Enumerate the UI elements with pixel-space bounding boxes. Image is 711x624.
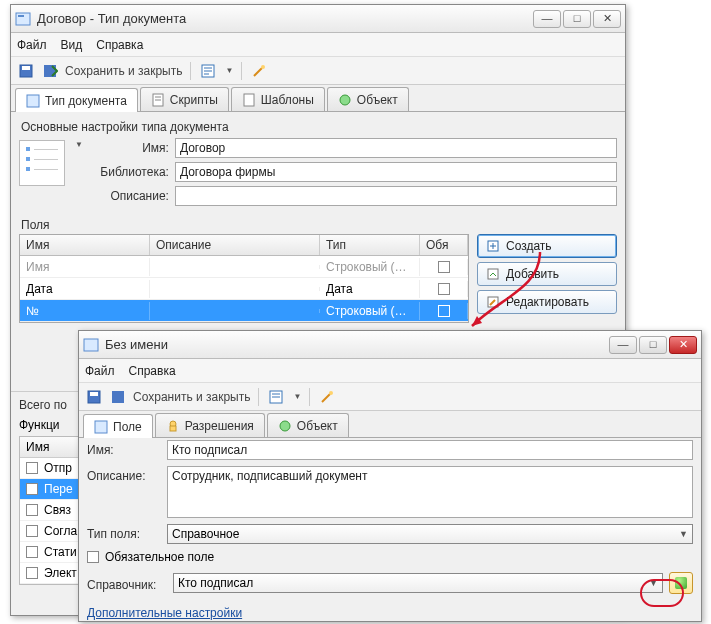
icon-chevron-down-icon[interactable]: ▼ [75, 140, 83, 149]
add-button[interactable]: Добавить [477, 262, 617, 286]
menu-file[interactable]: Файл [17, 38, 47, 52]
desc-label: Описание: [87, 466, 167, 483]
table-row[interactable]: Дата Дата [20, 278, 468, 300]
type-label: Тип поля: [87, 524, 167, 541]
type-select[interactable]: Справочное▼ [167, 524, 693, 544]
create-icon [486, 239, 500, 253]
tab-templates[interactable]: Шаблоны [231, 87, 325, 111]
tab-label: Разрешения [185, 419, 254, 433]
titlebar[interactable]: Без имени — □ ✕ [79, 331, 701, 359]
th-name[interactable]: Имя [20, 235, 150, 255]
table-row[interactable]: Имя Строковый (Инд [20, 256, 468, 278]
tab-label: Объект [357, 93, 398, 107]
desc-input[interactable] [175, 186, 617, 206]
cell: № [20, 302, 150, 320]
minimize-button[interactable]: — [609, 336, 637, 354]
toolbar: Сохранить и закрыть ▼ [79, 383, 701, 411]
menu-help[interactable]: Справка [129, 364, 176, 378]
ref-select[interactable]: Кто подписал▼ [173, 573, 663, 593]
button-label: Создать [506, 239, 552, 253]
maximize-button[interactable]: □ [563, 10, 591, 28]
checkbox-icon[interactable] [438, 283, 450, 295]
item-label: Элект [44, 566, 77, 580]
tab-doc-type[interactable]: Тип документа [15, 88, 138, 112]
create-button[interactable]: Создать [477, 234, 617, 258]
maximize-button[interactable]: □ [639, 336, 667, 354]
menu-view[interactable]: Вид [61, 38, 83, 52]
separator [309, 388, 310, 406]
tab-field[interactable]: Поле [83, 414, 153, 438]
name-input[interactable]: Договор [175, 138, 617, 158]
ref-label: Справочник: [87, 575, 167, 592]
item-label: Стати [44, 545, 77, 559]
checkbox-icon[interactable] [438, 261, 450, 273]
tab-permissions[interactable]: Разрешения [155, 413, 265, 437]
save-close-label[interactable]: Сохранить и закрыть [65, 64, 182, 78]
doc-type-icon [19, 140, 65, 186]
tab-scripts[interactable]: Скрипты [140, 87, 229, 111]
required-label: Обязательное поле [105, 550, 214, 564]
separator [190, 62, 191, 80]
name-label: Имя: [91, 141, 175, 155]
edit-button[interactable]: Редактировать [477, 290, 617, 314]
more-settings-link[interactable]: Дополнительные настройки [87, 606, 242, 620]
titlebar[interactable]: Договор - Тип документа — □ ✕ [11, 5, 625, 33]
svg-rect-12 [488, 269, 498, 279]
menu-help[interactable]: Справка [96, 38, 143, 52]
checkbox-icon[interactable] [26, 462, 38, 474]
window-controls: — □ ✕ [533, 10, 621, 28]
window-title: Без имени [105, 337, 609, 352]
table-row[interactable]: № Строковый (Инд [20, 300, 468, 322]
checkbox-icon[interactable] [26, 546, 38, 558]
cell [150, 309, 320, 313]
menu-file[interactable]: Файл [85, 364, 115, 378]
library-label: Библиотека: [91, 165, 175, 179]
menubar: Файл Справка [79, 359, 701, 383]
cell [420, 281, 468, 297]
tab-object[interactable]: Объект [327, 87, 409, 111]
save-close-label[interactable]: Сохранить и закрыть [133, 390, 250, 404]
item-label: Согла [44, 524, 77, 538]
checkbox-icon[interactable] [26, 567, 38, 579]
th-req[interactable]: Обя [420, 235, 468, 255]
checkbox-icon[interactable] [438, 305, 450, 317]
checkbox-icon[interactable] [26, 483, 38, 495]
fields-table: Имя Описание Тип Обя Имя Строковый (Инд … [19, 234, 469, 323]
wand-icon[interactable] [250, 62, 268, 80]
chevron-down-icon[interactable]: ▼ [293, 392, 301, 401]
save-close-icon[interactable] [109, 388, 127, 406]
th-type[interactable]: Тип [320, 235, 420, 255]
select-value: Кто подписал [178, 576, 253, 590]
cell: Имя [20, 258, 150, 276]
desc-textarea[interactable]: Сотрудник, подписавший документ [167, 466, 693, 518]
select-value: Справочное [172, 527, 239, 541]
save-close-icon[interactable] [41, 62, 59, 80]
desc-label: Описание: [91, 189, 175, 203]
save-icon[interactable] [85, 388, 103, 406]
name-input[interactable]: Кто подписал [167, 440, 693, 460]
field-form: Имя:Кто подписал Описание:Сотрудник, под… [79, 438, 701, 624]
item-label: Связ [44, 503, 71, 517]
library-input[interactable]: Договора фирмы [175, 162, 617, 182]
ref-open-button[interactable] [669, 572, 693, 594]
checkbox-icon[interactable] [26, 525, 38, 537]
window-controls: — □ ✕ [609, 336, 697, 354]
button-label: Редактировать [506, 295, 589, 309]
menubar: Файл Вид Справка [11, 33, 625, 57]
chevron-down-icon[interactable]: ▼ [225, 66, 233, 75]
required-checkbox[interactable] [87, 551, 99, 563]
svg-rect-0 [16, 13, 30, 25]
checkbox-icon[interactable] [26, 504, 38, 516]
tab-object[interactable]: Объект [267, 413, 349, 437]
save-icon[interactable] [17, 62, 35, 80]
close-button[interactable]: ✕ [669, 336, 697, 354]
close-button[interactable]: ✕ [593, 10, 621, 28]
svg-rect-16 [90, 392, 98, 396]
edit-icon [486, 295, 500, 309]
script-dropdown-icon[interactable] [267, 388, 285, 406]
minimize-button[interactable]: — [533, 10, 561, 28]
wand-icon[interactable] [318, 388, 336, 406]
th-desc[interactable]: Описание [150, 235, 320, 255]
script-dropdown-icon[interactable] [199, 62, 217, 80]
table-header: Имя Описание Тип Обя [20, 235, 468, 256]
